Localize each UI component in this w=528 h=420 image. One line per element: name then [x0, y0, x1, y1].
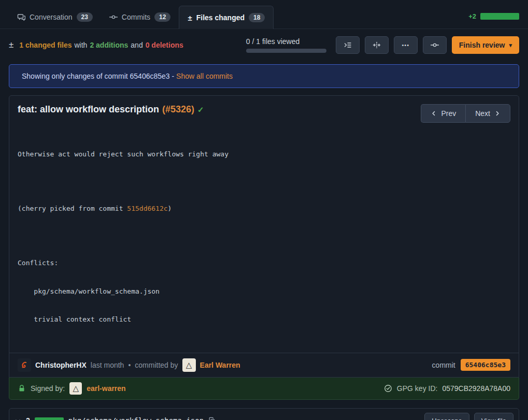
ellipsis-icon: •••: [402, 42, 409, 48]
finish-review-label: Finish review: [459, 41, 505, 49]
file-tree-icon: [344, 41, 352, 49]
changed-files-count[interactable]: 1 changed files: [19, 41, 72, 49]
pr-tab-bar: Conversation 23 Commits 12 ± Files chang…: [0, 0, 528, 29]
tab-count-badge: 18: [249, 13, 265, 22]
author-avatar[interactable]: [18, 358, 31, 372]
chevron-left-icon: [431, 110, 437, 117]
tab-commits[interactable]: Commits 12: [101, 6, 179, 28]
diff-stat-bar: [480, 13, 519, 20]
copy-path-icon[interactable]: [208, 417, 216, 420]
banner-text: Showing only changes of commit 65406c85e…: [22, 72, 174, 80]
commit-message-line: trivial context conflict: [18, 315, 510, 324]
tab-conversation[interactable]: Conversation 23: [9, 6, 101, 28]
file-diff-stat-bar: [35, 417, 64, 420]
commit-message: Otherwise act would reject such workflow…: [9, 128, 519, 353]
commit-title-text: feat: allow workflow description: [18, 104, 159, 115]
summary-text: with: [75, 41, 88, 49]
files-viewed-progress: 0 / 1 files viewed: [246, 37, 326, 53]
prev-label: Prev: [441, 109, 456, 118]
file-change-count: 2: [26, 416, 30, 420]
committer-avatar[interactable]: △: [182, 358, 196, 372]
diff-icon: ±: [9, 40, 13, 50]
gpg-key-label: GPG key ID:: [397, 384, 438, 393]
commit-title: feat: allow workflow description (#5326)…: [18, 104, 204, 115]
deletions-text: 0 deletions: [146, 41, 183, 49]
commit-message-line: pkg/schema/workflow_schema.json: [18, 287, 510, 296]
unescape-button[interactable]: Unescape: [424, 413, 469, 420]
diff-icon: ±: [188, 13, 192, 22]
commit-label: commit: [432, 361, 455, 369]
next-label: Next: [475, 109, 490, 118]
git-commit-icon: [431, 41, 439, 49]
commit-hash-badge[interactable]: 65406c85e3: [461, 359, 510, 371]
additions-text: 2 additions: [90, 41, 128, 49]
tab-count-badge: 23: [77, 12, 93, 22]
additions-count: +2: [468, 12, 476, 20]
gpg-key-value: 0579CB2928A78A00: [442, 384, 510, 393]
commit-message-line: (cherry picked from commit 515dd6612c): [18, 204, 510, 213]
tab-label: Conversation: [30, 13, 73, 21]
signer-name-link[interactable]: earl-warren: [87, 384, 125, 393]
show-all-commits-link[interactable]: Show all commits: [176, 72, 233, 80]
diff-options-button[interactable]: •••: [394, 36, 418, 54]
author-name-link[interactable]: ChristopherHX: [35, 361, 87, 369]
finish-review-button[interactable]: Finish review ▾: [452, 36, 519, 54]
chevron-right-icon: [494, 110, 501, 117]
commit-box: feat: allow workflow description (#5326)…: [9, 95, 519, 378]
files-viewed-label: 0 / 1 files viewed: [246, 37, 300, 46]
commit-filter-banner: Showing only changes of commit 65406c85e…: [9, 64, 519, 88]
issue-ref-link[interactable]: (#5326): [162, 104, 194, 115]
prev-commit-button[interactable]: Prev: [421, 104, 465, 123]
tab-files-changed[interactable]: ± Files changed 18: [179, 6, 274, 29]
file-tree-toggle-button[interactable]: [336, 36, 360, 54]
cherry-pick-hash-link[interactable]: 515dd6612c: [127, 205, 167, 212]
committer-name-link[interactable]: Earl Warren: [200, 361, 240, 369]
committed-by-label: committed by: [135, 361, 178, 369]
view-file-button[interactable]: View file: [474, 413, 513, 420]
tab-label: Files changed: [196, 13, 245, 22]
commit-nav: Prev Next: [421, 104, 510, 123]
split-view-toggle-button[interactable]: [365, 36, 389, 54]
signer-avatar[interactable]: △: [69, 382, 82, 395]
signed-commit-row: Signed by: △ earl-warren GPG key ID: 057…: [9, 378, 519, 400]
comment-discussion-icon: [17, 13, 25, 21]
signed-by-label: Signed by:: [31, 384, 65, 393]
commit-message-line: Conflicts:: [18, 258, 510, 268]
file-name-link[interactable]: pkg/schema/workflow_schema.json: [68, 416, 204, 420]
tab-label: Commits: [122, 13, 150, 21]
ci-success-icon[interactable]: ✓: [197, 105, 204, 114]
diff-toolbar: ± 1 changed files with 2 additions and 0…: [0, 29, 528, 61]
commit-time: last month: [91, 361, 124, 369]
files-viewed-bar: [246, 49, 326, 53]
split-diff-icon: [373, 41, 381, 49]
commit-message-line: Otherwise act would reject such workflow…: [18, 150, 510, 159]
changed-files-summary: ± 1 changed files with 2 additions and 0…: [9, 40, 183, 50]
summary-text: and: [131, 41, 142, 49]
next-commit-button[interactable]: Next: [465, 104, 510, 123]
verified-check-icon: [384, 384, 392, 393]
caret-down-icon: ▾: [509, 42, 512, 49]
diff-file-box: 2 pkg/schema/workflow_schema.json Unesca…: [9, 408, 519, 420]
select-commit-button[interactable]: [423, 36, 447, 54]
separator-dot: •: [128, 361, 131, 369]
pr-diff-stat: +2: [468, 12, 519, 28]
diff-file-header: 2 pkg/schema/workflow_schema.json Unesca…: [9, 409, 519, 420]
collapse-file-icon[interactable]: [15, 417, 21, 420]
lock-icon: [18, 384, 26, 393]
git-commit-icon: [109, 13, 118, 21]
tab-count-badge: 12: [154, 12, 170, 22]
